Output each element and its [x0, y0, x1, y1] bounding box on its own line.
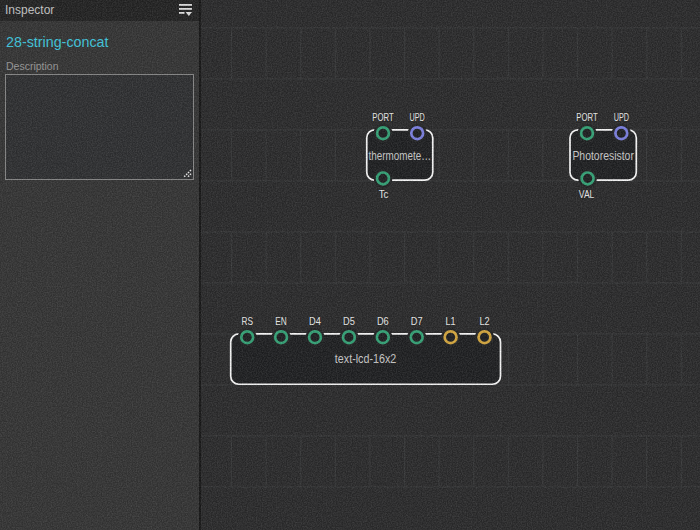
- svg-text:PORT: PORT: [576, 111, 597, 123]
- svg-text:D6: D6: [377, 315, 389, 327]
- svg-text:D4: D4: [309, 315, 321, 327]
- svg-text:L2: L2: [479, 315, 489, 327]
- svg-text:UPD: UPD: [410, 111, 425, 123]
- svg-text:D5: D5: [343, 315, 355, 327]
- svg-text:EN: EN: [275, 315, 287, 327]
- svg-text:PORT: PORT: [372, 111, 393, 123]
- svg-text:D7: D7: [411, 315, 423, 327]
- svg-text:L1: L1: [446, 315, 456, 327]
- svg-text:Photoresistor: Photoresistor: [572, 149, 634, 163]
- svg-text:Tc: Tc: [379, 188, 389, 200]
- svg-text:text-lcd-16x2: text-lcd-16x2: [335, 352, 397, 366]
- svg-text:thermomete…: thermomete…: [369, 149, 432, 163]
- svg-text:VAL: VAL: [579, 188, 595, 200]
- svg-text:UPD: UPD: [614, 111, 629, 123]
- svg-text:RS: RS: [241, 315, 253, 327]
